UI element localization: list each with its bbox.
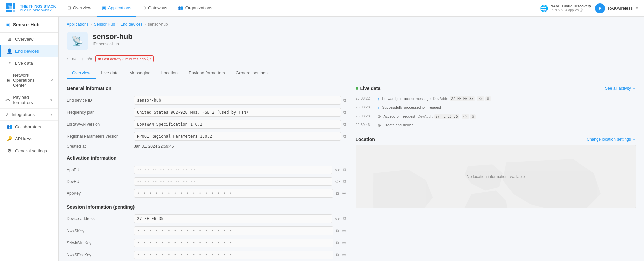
nwk-skey-input[interactable] xyxy=(134,226,333,235)
eye-snwk-sint-key-button[interactable]: 👁 xyxy=(341,240,347,247)
copy-device-address-button[interactable]: <> xyxy=(334,215,341,222)
tab-payload-formatters[interactable]: Payload formatters xyxy=(183,68,230,79)
sidebar-item-integrations[interactable]: ⤢ Integrations ▼ xyxy=(0,109,58,120)
field-frequency-plan: Frequency plan ⧉ xyxy=(67,108,347,117)
device-title-area: sensor-hub ID: sensor-hub xyxy=(93,32,133,46)
activity-code-btn-2[interactable]: <> xyxy=(462,114,469,119)
chevron-down-icon: ▼ xyxy=(635,6,639,10)
copy-app-key-button[interactable]: ⧉ xyxy=(335,190,340,197)
downlink-value: n/a xyxy=(87,57,92,61)
eye-nwk-skey-button[interactable]: 👁 xyxy=(341,227,347,235)
device-address-input[interactable] xyxy=(134,214,332,223)
copy-dev-eui-copy-button[interactable]: ⧉ xyxy=(342,178,347,185)
change-location-link[interactable]: Change location settings → xyxy=(587,137,636,142)
frequency-plan-input[interactable] xyxy=(134,108,341,117)
field-value-nwk-skey: ⧉ 👁 xyxy=(134,226,347,235)
tab-overview[interactable]: Overview xyxy=(67,68,96,79)
sidebar-item-end-devices[interactable]: 👤 End devices xyxy=(0,45,58,57)
snwk-sint-key-input[interactable] xyxy=(134,239,333,247)
breadcrumb-applications[interactable]: Applications xyxy=(67,22,89,27)
sidebar-item-api-keys[interactable]: 🔑 API keys xyxy=(0,133,58,145)
nwk-senc-key-input[interactable] xyxy=(134,251,333,259)
nav-applications[interactable]: ▣ Applications xyxy=(97,0,136,17)
breadcrumb-sensor-hub[interactable]: Sensor Hub xyxy=(94,22,115,27)
copy-snwk-sint-key-button[interactable]: ⧉ xyxy=(335,239,340,247)
copy-nwk-senc-key-button[interactable]: ⧉ xyxy=(335,251,340,259)
copy-end-device-id-button[interactable]: ⧉ xyxy=(342,96,347,104)
device-id: ID: sensor-hub xyxy=(93,42,133,46)
gateways-nav-icon: ⊕ xyxy=(142,5,146,10)
sidebar-item-overview[interactable]: ⊞ Overview xyxy=(0,33,58,45)
sidebar-app-name: Sensor Hub xyxy=(13,22,40,27)
eye-nwk-senc-key-button[interactable]: 👁 xyxy=(341,252,347,259)
nav-organizations[interactable]: 👥 Organizations xyxy=(173,0,217,17)
activity-item-1: 23:08:28 ↑ Successfully processed join-r… xyxy=(356,103,636,112)
logo-icon xyxy=(5,2,17,14)
eye-app-key-button[interactable]: 👁 xyxy=(341,190,347,197)
tab-live-data[interactable]: Live data xyxy=(96,68,124,79)
svg-rect-4 xyxy=(9,6,12,9)
end-devices-icon: 👤 xyxy=(6,48,12,54)
sidebar-item-live-data[interactable]: ≋ Live data xyxy=(0,57,58,69)
downlink-arrow-icon: ↓ xyxy=(81,57,83,61)
logo-sub: CLOUD DISCOVERY xyxy=(20,9,56,12)
field-value-dev-eui: <> ⧉ xyxy=(134,177,347,186)
globe-icon: 🌐 xyxy=(540,4,548,12)
location-header: Location Change location settings → xyxy=(356,137,636,142)
nav-overview[interactable]: ⊞ Overview xyxy=(63,0,96,17)
activity-copy-btn-0[interactable]: ⧉ xyxy=(485,96,491,101)
sidebar-section-integrations: ⤢ Integrations ▼ xyxy=(0,108,58,120)
copy-app-eui-button[interactable]: <> xyxy=(334,166,341,173)
breadcrumb-end-devices[interactable]: End devices xyxy=(120,22,142,27)
copy-device-address-copy-button[interactable]: ⧉ xyxy=(342,215,347,222)
sidebar-item-general-settings[interactable]: ⚙ General settings xyxy=(0,145,58,157)
chevron-down-icon-payload: ▼ xyxy=(50,98,53,102)
status-dot xyxy=(98,58,101,60)
copy-regional-params-button[interactable]: ⧉ xyxy=(342,133,347,140)
last-activity-badge: Last activity 3 minutes ago ⓘ xyxy=(95,55,154,62)
field-nwk-skey: NwkSKey ⧉ 👁 xyxy=(67,226,347,235)
location-title: Location xyxy=(356,137,375,142)
app-eui-input[interactable] xyxy=(134,166,332,174)
end-device-id-input[interactable] xyxy=(134,96,341,105)
copy-nwk-skey-button[interactable]: ⧉ xyxy=(335,227,340,235)
copy-frequency-plan-button[interactable]: ⧉ xyxy=(342,109,347,116)
copy-app-eui-copy-button[interactable]: ⧉ xyxy=(342,166,347,174)
lorawan-version-input[interactable] xyxy=(134,120,341,129)
field-app-eui: AppEUI <> ⧉ xyxy=(67,166,347,174)
cloud-badge: 🌐 NAM1 Cloud Discovery 99.9% SLA applies… xyxy=(540,4,591,13)
live-data-title: Live data xyxy=(356,86,381,91)
breadcrumb: Applications › Sensor Hub › End devices … xyxy=(67,22,636,27)
sidebar-item-noc[interactable]: ⊕ Network Operations Center ↗ xyxy=(0,69,58,91)
field-regional-params: Regional Parameters version ⧉ xyxy=(67,132,347,141)
copy-lorawan-version-button[interactable]: ⧉ xyxy=(342,121,347,128)
dev-eui-input[interactable] xyxy=(134,177,332,186)
field-label-app-eui: AppEUI xyxy=(67,168,134,172)
copy-dev-eui-button[interactable]: <> xyxy=(334,178,341,185)
sidebar-item-payload-formatters[interactable]: <> Payload formatters ▼ xyxy=(0,91,58,108)
sidebar-api-keys-label: API keys xyxy=(15,136,32,141)
activity-copy-btn-2[interactable]: ⧉ xyxy=(470,114,476,119)
tab-messaging[interactable]: Messaging xyxy=(124,68,156,79)
avatar: R xyxy=(595,3,605,13)
field-nwk-senc-key: NwkSEncKey ⧉ 👁 xyxy=(67,251,347,259)
tab-general-settings[interactable]: General settings xyxy=(230,68,273,79)
nav-organizations-label: Organizations xyxy=(185,5,212,10)
user-area[interactable]: R RAKwireless ▼ xyxy=(595,3,639,13)
field-value-nwk-senc-key: ⧉ 👁 xyxy=(134,251,347,259)
regional-params-input[interactable] xyxy=(134,132,341,141)
svg-rect-1 xyxy=(9,3,12,6)
activity-code-btn-0[interactable]: <> xyxy=(477,96,484,101)
breadcrumb-sep-3: › xyxy=(144,22,146,27)
payload-formatters-icon: <> xyxy=(5,97,10,103)
field-label-end-device-id: End device ID xyxy=(67,98,134,103)
nav-gateways[interactable]: ⊕ Gateways xyxy=(138,0,172,17)
sidebar-item-collaborators[interactable]: 👥 Collaborators xyxy=(0,121,58,133)
top-right: 🌐 NAM1 Cloud Discovery 99.9% SLA applies… xyxy=(540,3,639,13)
see-all-activity-link[interactable]: See all activity → xyxy=(605,86,636,91)
sidebar-collaborators-label: Collaborators xyxy=(15,124,41,129)
external-link-icon: ↗ xyxy=(50,78,53,82)
tab-location[interactable]: Location xyxy=(156,68,183,79)
session-info-title: Session information (pending) xyxy=(67,204,347,210)
app-key-input[interactable] xyxy=(134,189,333,198)
